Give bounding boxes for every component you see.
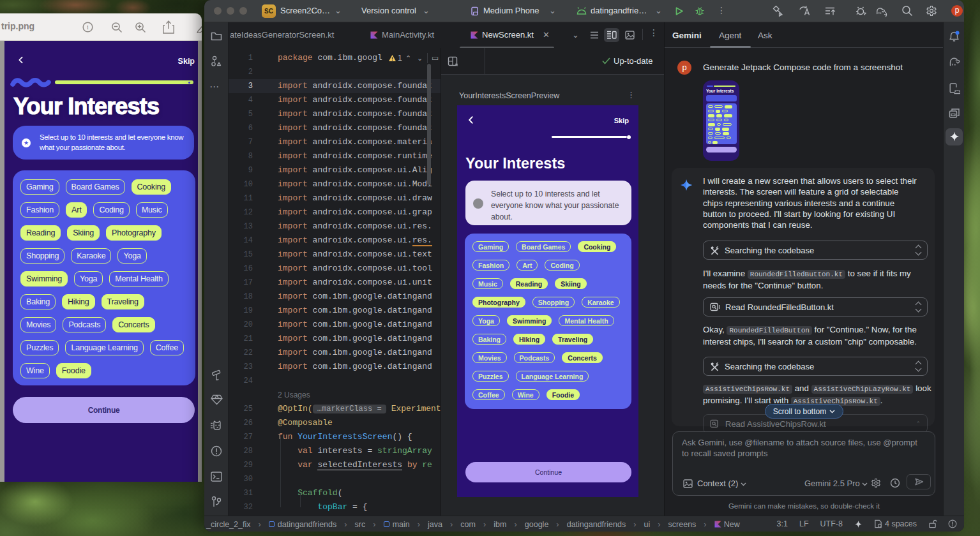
svg-text:i: i [87, 24, 89, 31]
